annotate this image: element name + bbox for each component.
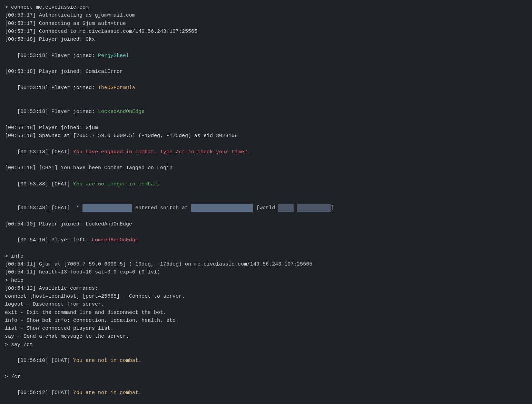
prefix: [00:53:18] Player joined: [17,53,98,59]
chat-prefix: [00:53:18] [CHAT] [17,149,73,155]
player-name: LockedAndOnEdge [92,237,138,243]
player-name: TheOGFormula [98,85,135,91]
prefix: [00:53:18] Player joined: [17,109,98,115]
line-chat-tagged: [00:53:18] [CHAT] You have been Combat T… [5,164,527,172]
snitch-prefix: [00:53:48] [CHAT] * [17,205,82,211]
line-help-say: say - Send a chat message to the server. [5,333,527,340]
line-connecting: [00:53:17] Connecting as Gjum auth=true [5,20,527,28]
line-chat-engaged: [00:53:18] [CHAT] You have engaged in co… [5,140,527,164]
chat-message: You are not in combat. [73,358,141,364]
line-info-health: [00:54:11] health=13 food=16 sat=0.0 exp… [5,268,527,276]
chat-prefix: [00:56:12] [CHAT] [17,390,73,396]
chat-message: You have engaged in combat. Type /ct to … [73,149,250,155]
terminal-output: > connect mc.civclassic.com [00:53:17] A… [5,3,527,404]
line-join-comicalerror: [00:53:18] Player joined: ComicalError [5,68,527,76]
line-join-theogformula: [00:53:18] Player joined: TheOGFormula [5,76,527,100]
line-chat-notincombat2: [00:56:12] [CHAT] You are not in combat. [5,381,527,404]
line-help-info: info - Show bot info: connection, locati… [5,317,527,325]
line-join-lockedonedge1: [00:53:18] Player joined: LockedAndOnEdg… [5,100,527,124]
line-join-gjum: [00:53:18] Player joined: Gjum [5,124,527,132]
line-left-lockedonedge: [00:54:10] Player left: LockedAndOnEdge [5,228,527,252]
line-help-connect: connect [host=localhost] [port=25565] - … [5,292,527,300]
snitch-middle: entered snitch at [132,205,191,211]
snitch-name-blurred [82,204,132,212]
line-chat-nolonger: [00:53:38] [CHAT] You are no longer in c… [5,172,527,196]
chat-message: You are not in combat. [73,390,141,396]
line-help-logout: logout - Disconnect from server. [5,300,527,308]
cmd-say-ct-line: > say /ct [5,341,527,349]
prefix: [00:53:18] Player joined: [17,85,98,91]
chat-prefix: [00:53:38] [CHAT] [17,181,73,187]
cmd-info-line: > info [5,252,527,260]
line-info-gjum: [00:54:11] Gjum at [7005.7 59.0 6009.5] … [5,260,527,268]
line-join-pergyskeel: [00:53:18] Player joined: PergySkeel [5,44,527,68]
cmd-ct-line: > /ct [5,373,527,381]
snitch-world-pre: [world [253,205,278,211]
line-help-list: list - Show connected players list. [5,325,527,333]
line-auth: [00:53:17] Authenticating as gjum@mail.c… [5,11,527,19]
snitch-world-blurred2 [297,204,331,212]
snitch-world-blurred1 [278,204,294,212]
line-help-exit: exit - Exit the command line and disconn… [5,309,527,317]
line-snitch: [00:53:48] [CHAT] * entered snitch at [w… [5,196,527,220]
prefix: [00:54:10] Player left: [17,237,92,243]
snitch-location-blurred [191,204,253,212]
line-spawned: [00:53:18] Spawned at [7005.7 59.0 6009.… [5,132,527,140]
cmd-help-line: > help [5,277,527,285]
line-connected: [00:53:17] Connected to mc.civclassic.co… [5,28,527,36]
player-name: PergySkeel [98,53,129,59]
snitch-space [294,205,297,211]
chat-prefix: [00:56:10] [CHAT] [17,358,73,364]
chat-message: You are no longer in combat. [73,181,160,187]
player-name: LockedAndOnEdge [98,109,145,115]
line-join-okx: [00:53:18] Player joined: Okx [5,36,527,44]
cmd-connect-line: > connect mc.civclassic.com [5,3,527,11]
line-available: [00:54:12] Available commands: [5,285,527,292]
line-chat-notincombat1: [00:56:10] [CHAT] You are not in combat. [5,349,527,373]
snitch-suffix: ] [331,205,334,211]
line-join-lockedonedge2: [00:54:10] Player joined: LockedAndOnEdg… [5,220,527,228]
